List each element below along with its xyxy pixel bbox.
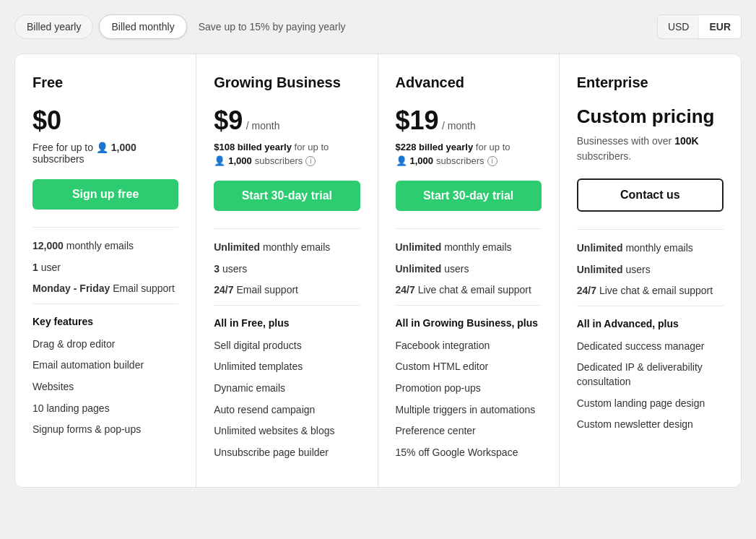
list-item: Email automation builder (32, 358, 178, 373)
stat-bold: 24/7 (396, 284, 415, 296)
usd-btn[interactable]: USD (658, 15, 700, 38)
stat-bold: 24/7 (214, 284, 233, 296)
plan-free-price: $0 (32, 105, 61, 135)
currency-toggle: USD EUR (657, 14, 742, 39)
list-item: Custom newsletter design (577, 418, 724, 432)
free-desc-text2: subscribers (32, 153, 84, 165)
subscribers-suffix: subscribers (436, 155, 484, 166)
plan-growing-subscribers: 👤 1,000 subscribers i (214, 155, 360, 166)
plan-enterprise-stats: Unlimited monthly emails Unlimited users… (577, 241, 724, 298)
plan-enterprise-custom-price: Custom pricing (577, 105, 715, 127)
enterprise-desc-text1: Businesses with over (577, 135, 674, 147)
plan-enterprise-price-container: Custom pricing (577, 105, 724, 128)
list-item: Custom landing page design (577, 397, 724, 411)
list-item: 10 landing pages (32, 402, 178, 416)
free-desc-text1: Free for up to (32, 142, 93, 153)
stat-item: 24/7 Live chat & email support (396, 283, 542, 298)
stat-bold: 24/7 (577, 285, 596, 296)
list-item: Unsubscribe page builder (214, 446, 360, 460)
plan-advanced-cta[interactable]: Start 30-day trial (396, 181, 542, 211)
plan-free-desc: Free for up to 👤 1,000 subscribers (32, 142, 178, 165)
billing-note-text: for up to (476, 142, 510, 152)
billing-toggle: Billed yearly Billed monthly Save up to … (14, 14, 346, 39)
list-item: Dedicated IP & deliverability consultati… (577, 361, 724, 389)
plan-growing-period: / month (246, 120, 280, 131)
stat-bold: Unlimited (577, 264, 623, 275)
stat-item: Unlimited monthly emails (577, 241, 724, 256)
stat-item: Unlimited monthly emails (396, 241, 542, 255)
stat-item: Monday - Friday Email support (32, 282, 178, 296)
billed-monthly-btn[interactable]: Billed monthly (99, 14, 186, 39)
plan-advanced-price-container: $19 / month (396, 105, 542, 136)
list-item: Signup forms & pop-ups (32, 423, 178, 437)
stat-item: Unlimited users (396, 262, 542, 277)
info-icon[interactable]: i (487, 156, 498, 166)
stat-bold: Unlimited (577, 242, 623, 254)
plan-growing-stats: Unlimited monthly emails 3 users 24/7 Em… (214, 241, 360, 298)
list-item: Custom HTML editor (396, 360, 542, 374)
billing-note-text: for up to (295, 142, 329, 152)
plan-advanced: Advanced $19 / month $228 billed yearly … (378, 54, 560, 487)
plan-advanced-features: Facebook integration Custom HTML editor … (396, 339, 542, 460)
stat-item: 24/7 Email support (214, 283, 360, 298)
divider-growing-2 (214, 305, 360, 306)
list-item: Dedicated success manager (577, 340, 724, 354)
free-desc-strong: 1,000 (111, 142, 136, 153)
plan-free-stats: 12,000 monthly emails 1 user Monday - Fr… (32, 239, 178, 296)
plan-enterprise-features-heading: All in Advanced, plus (577, 318, 724, 329)
list-item: Facebook integration (396, 339, 542, 353)
plans-container: Free $0 Free for up to 👤 1,000 subscribe… (14, 53, 742, 488)
plan-growing-billing: $108 billed yearly for up to (214, 142, 360, 152)
plan-free-features: Drag & drop editor Email automation buil… (32, 337, 178, 437)
stat-item: 1 user (32, 261, 178, 275)
stat-bold: 1 (32, 262, 38, 273)
stat-item: 3 users (214, 262, 360, 277)
stat-bold: 12,000 (32, 240, 64, 251)
list-item: Dynamic emails (214, 381, 360, 396)
divider-enterprise-2 (577, 306, 724, 306)
plan-growing-price: $9 (214, 105, 243, 135)
billing-note-strong: $108 billed yearly (214, 142, 292, 152)
list-item: Promotion pop-ups (396, 381, 542, 396)
subscribers-bold: 1,000 (228, 155, 252, 166)
plan-growing-name: Growing Business (214, 74, 360, 91)
billing-note-strong: $228 billed yearly (396, 142, 474, 152)
subscribers-suffix: subscribers (255, 155, 303, 166)
divider-free (32, 227, 178, 228)
stat-item: Unlimited monthly emails (214, 241, 360, 255)
plan-enterprise-name: Enterprise (577, 74, 724, 91)
list-item: Multiple triggers in automations (396, 403, 542, 418)
stat-item: 24/7 Live chat & email support (577, 284, 724, 298)
stat-item: Unlimited users (577, 263, 724, 277)
enterprise-desc-strong: 100K (674, 135, 698, 147)
plan-advanced-period: / month (442, 120, 476, 131)
divider-advanced (396, 228, 542, 229)
info-icon[interactable]: i (305, 156, 316, 166)
plan-free-name: Free (32, 74, 178, 91)
billed-yearly-btn[interactable]: Billed yearly (14, 14, 93, 39)
save-text: Save up to 15% by paying yearly (199, 21, 346, 33)
stat-bold: Unlimited (214, 241, 260, 253)
plan-free: Free $0 Free for up to 👤 1,000 subscribe… (15, 54, 196, 487)
plan-advanced-stats: Unlimited monthly emails Unlimited users… (396, 241, 542, 298)
plan-free-cta[interactable]: Sign up free (32, 179, 178, 210)
divider-enterprise (577, 229, 724, 230)
plan-advanced-name: Advanced (396, 74, 542, 91)
plan-growing-cta[interactable]: Start 30-day trial (214, 181, 360, 211)
list-item: Unlimited templates (214, 360, 360, 374)
plan-enterprise-desc: Businesses with over 100K subscribers. (577, 134, 724, 164)
list-item: Drag & drop editor (32, 337, 178, 352)
divider-growing (214, 228, 360, 229)
plan-growing-features: Sell digital products Unlimited template… (214, 339, 360, 460)
plan-free-price-container: $0 (32, 105, 178, 136)
eur-btn[interactable]: EUR (699, 15, 741, 38)
plan-advanced-billing: $228 billed yearly for up to (396, 142, 542, 152)
top-bar: Billed yearly Billed monthly Save up to … (14, 14, 742, 39)
stat-bold: 3 (214, 263, 220, 275)
plan-enterprise-cta[interactable]: Contact us (577, 178, 724, 212)
plan-growing-price-container: $9 / month (214, 105, 360, 136)
stat-bold: Unlimited (396, 263, 442, 275)
plan-growing: Growing Business $9 / month $108 billed … (196, 54, 378, 487)
list-item: Unlimited websites & blogs (214, 424, 360, 439)
list-item: Auto resend campaign (214, 403, 360, 418)
